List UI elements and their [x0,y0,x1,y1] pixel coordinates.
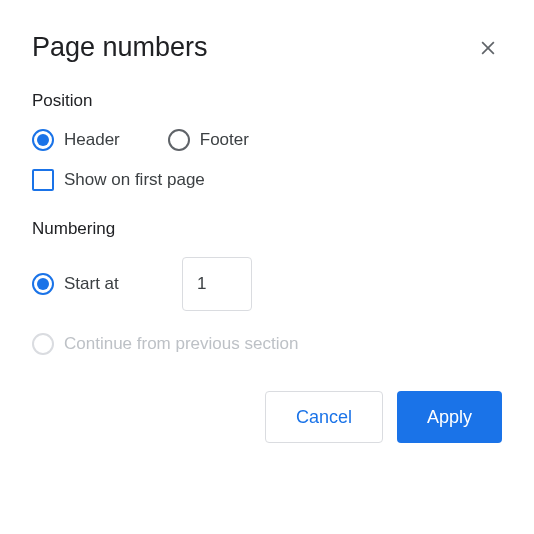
start-at-row: Start at [32,257,502,311]
continue-row: Continue from previous section [32,333,502,355]
numbering-section-label: Numbering [32,219,502,239]
footer-radio[interactable] [168,129,190,151]
dialog-title: Page numbers [32,32,208,63]
position-radio-row: Header Footer [32,129,502,151]
close-button[interactable] [474,34,502,62]
footer-radio-label: Footer [200,130,249,150]
header-radio-label: Header [64,130,120,150]
continue-label: Continue from previous section [64,334,298,354]
cancel-button[interactable]: Cancel [265,391,383,443]
close-icon [478,38,498,58]
continue-radio-group: Continue from previous section [32,333,298,355]
dialog-header: Page numbers [32,32,502,63]
show-first-page-checkbox[interactable] [32,169,54,191]
position-section-label: Position [32,91,502,111]
start-at-input[interactable] [182,257,252,311]
show-first-page-checkbox-group[interactable]: Show on first page [32,169,502,191]
continue-radio [32,333,54,355]
footer-radio-group[interactable]: Footer [168,129,249,151]
show-first-page-label: Show on first page [64,170,205,190]
header-radio[interactable] [32,129,54,151]
header-radio-group[interactable]: Header [32,129,120,151]
start-at-radio-group[interactable]: Start at [32,273,124,295]
start-at-label: Start at [64,274,124,294]
start-at-radio[interactable] [32,273,54,295]
button-row: Cancel Apply [32,391,502,443]
apply-button[interactable]: Apply [397,391,502,443]
